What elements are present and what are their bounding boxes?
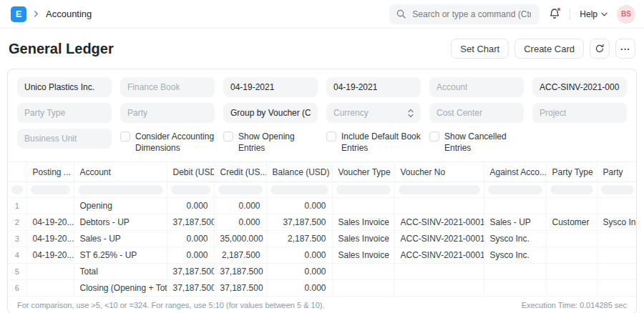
filter-company[interactable]: Unico Plastics Inc. bbox=[17, 77, 112, 97]
cell-party[interactable] bbox=[597, 247, 637, 264]
cell-against-account[interactable]: Sysco Inc. bbox=[484, 231, 546, 247]
help-menu[interactable]: Help bbox=[580, 9, 608, 19]
search-input[interactable] bbox=[411, 9, 532, 20]
filter-account[interactable]: Account bbox=[429, 77, 524, 97]
cell-debit[interactable]: 0.000 bbox=[167, 247, 214, 264]
cell-debit[interactable]: 0.000 bbox=[167, 198, 214, 214]
col-party-header[interactable]: Party bbox=[597, 162, 637, 182]
cell-party-type[interactable] bbox=[546, 198, 597, 214]
checkbox-consider-accounting-dimensions[interactable]: Consider Accounting Dimensions bbox=[120, 129, 215, 154]
cell-voucher-type[interactable] bbox=[332, 280, 394, 297]
col-debit-header[interactable]: Debit (USD) bbox=[167, 162, 214, 182]
col-voucher-type-filter-input[interactable] bbox=[336, 185, 391, 194]
filter-business-unit[interactable]: Business Unit bbox=[17, 129, 112, 149]
cell-posting-date[interactable]: 04-19-20... bbox=[26, 247, 74, 264]
cell-balance[interactable]: 37,187.500 bbox=[266, 214, 332, 231]
col-row-index-header[interactable] bbox=[8, 162, 26, 182]
cell-posting-date[interactable]: 04-19-20... bbox=[26, 214, 74, 231]
refresh-button[interactable] bbox=[590, 39, 610, 59]
col-party-type-header[interactable]: Party Type bbox=[546, 162, 597, 182]
col-voucher-type-header[interactable]: Voucher Type bbox=[332, 162, 394, 182]
cell-voucher-type[interactable]: Sales Invoice bbox=[332, 231, 394, 247]
filter-party-type[interactable]: Party Type bbox=[17, 103, 112, 123]
cell-voucher-type[interactable]: Sales Invoice bbox=[332, 247, 394, 264]
cell-account[interactable]: ST 6.25% - UP bbox=[74, 247, 167, 264]
col-account-header[interactable]: Account bbox=[74, 162, 167, 182]
col-posting-date-header[interactable]: Posting ... bbox=[26, 162, 74, 182]
checkbox-include-default-book-entries[interactable]: Include Default Book Entries bbox=[326, 129, 421, 154]
global-search[interactable] bbox=[389, 4, 540, 24]
col-voucher-no-header[interactable]: Voucher No bbox=[394, 162, 484, 182]
cell-account[interactable]: Sales - UP bbox=[74, 231, 167, 247]
cell-voucher-type[interactable] bbox=[332, 198, 394, 214]
cell-account[interactable]: Debtors - UP bbox=[74, 214, 167, 231]
filter-from-date[interactable]: 04-19-2021 bbox=[223, 77, 318, 97]
filter-finance-book[interactable]: Finance Book bbox=[120, 77, 215, 97]
cell-voucher-type[interactable] bbox=[332, 264, 394, 280]
cell-against-account[interactable] bbox=[484, 264, 546, 280]
col-account-filter-input[interactable] bbox=[78, 185, 163, 194]
cell-party[interactable] bbox=[597, 231, 637, 247]
col-debit-filter-input[interactable] bbox=[171, 185, 210, 194]
col-balance-header[interactable]: Balance (USD) bbox=[266, 162, 332, 182]
cell-party[interactable] bbox=[597, 264, 637, 280]
col-against-account-header[interactable]: Against Acco... bbox=[484, 162, 546, 182]
notifications-button[interactable] bbox=[549, 8, 560, 20]
checkbox-show-cancelled-entries[interactable]: Show Cancelled Entries bbox=[429, 129, 524, 154]
avatar[interactable]: BS bbox=[617, 5, 635, 24]
col-credit-filter-input[interactable] bbox=[218, 185, 263, 194]
set-chart-button[interactable]: Set Chart bbox=[451, 39, 509, 59]
more-menu-button[interactable]: ... bbox=[615, 39, 635, 59]
cell-voucher-no[interactable]: ACC-SINV-2021-00010 bbox=[394, 247, 484, 264]
cell-voucher-type[interactable]: Sales Invoice bbox=[332, 214, 394, 231]
cell-posting-date[interactable] bbox=[26, 198, 74, 214]
cell-voucher-no[interactable] bbox=[394, 198, 484, 214]
col-voucher-no-filter-input[interactable] bbox=[399, 185, 480, 194]
cell-voucher-no[interactable]: ACC-SINV-2021-00010 bbox=[394, 214, 484, 231]
cell-debit[interactable]: 37,187.500 bbox=[167, 264, 214, 280]
cell-party[interactable] bbox=[597, 198, 637, 214]
create-card-button[interactable]: Create Card bbox=[514, 39, 584, 59]
cell-against-account[interactable]: Sysco Inc. bbox=[484, 247, 546, 264]
cell-against-account[interactable]: Sales - UP bbox=[484, 214, 546, 231]
cell-balance[interactable]: 0.000 bbox=[266, 247, 332, 264]
cell-voucher-no[interactable] bbox=[394, 264, 484, 280]
cell-account[interactable]: Opening bbox=[74, 198, 167, 214]
cell-party[interactable] bbox=[597, 280, 637, 297]
filter-group-by[interactable]: Group by Voucher (Consolidated) bbox=[223, 103, 318, 123]
cell-posting-date[interactable]: 04-19-20... bbox=[26, 231, 74, 247]
cell-credit[interactable]: 37,187.500 bbox=[214, 280, 266, 297]
filter-to-date[interactable]: 04-19-2021 bbox=[326, 77, 421, 97]
cell-balance[interactable]: 0.000 bbox=[266, 264, 332, 280]
cell-party-type[interactable] bbox=[546, 280, 597, 297]
cell-voucher-no[interactable] bbox=[394, 280, 484, 297]
erpnext-logo[interactable]: E bbox=[11, 6, 26, 22]
breadcrumb[interactable]: Accounting bbox=[46, 9, 92, 19]
cell-posting-date[interactable] bbox=[26, 264, 74, 280]
cell-credit[interactable]: 0.000 bbox=[214, 214, 266, 231]
filter-cost-center[interactable]: Cost Center bbox=[429, 103, 524, 123]
col-party-filter-input[interactable] bbox=[601, 185, 635, 194]
cell-party-type[interactable] bbox=[546, 247, 597, 264]
cell-account[interactable]: Closing (Opening + Total) bbox=[74, 280, 167, 297]
cell-credit[interactable]: 0.000 bbox=[214, 198, 266, 214]
cell-balance[interactable]: 2,187.500 bbox=[266, 231, 332, 247]
filter-currency[interactable]: Currency bbox=[326, 103, 421, 123]
cell-voucher-no[interactable]: ACC-SINV-2021-00010 bbox=[394, 231, 484, 247]
col-party-type-filter-input[interactable] bbox=[550, 185, 593, 194]
cell-debit[interactable]: 37,187.500 bbox=[167, 280, 214, 297]
col-against-account-filter-input[interactable] bbox=[488, 185, 542, 194]
cell-posting-date[interactable] bbox=[26, 280, 74, 297]
cell-balance[interactable]: 0.000 bbox=[266, 198, 332, 214]
cell-balance[interactable]: 0.000 bbox=[266, 280, 332, 297]
col-credit-header[interactable]: Credit (US... bbox=[214, 162, 266, 182]
col-row-index-filter-input[interactable] bbox=[11, 185, 23, 194]
cell-against-account[interactable] bbox=[484, 280, 546, 297]
cell-debit[interactable]: 37,187.500 bbox=[167, 214, 214, 231]
checkbox-show-opening-entries[interactable]: Show Opening Entries bbox=[223, 129, 318, 154]
col-posting-date-filter-input[interactable] bbox=[31, 185, 70, 194]
cell-party-type[interactable] bbox=[546, 231, 597, 247]
cell-against-account[interactable] bbox=[484, 198, 546, 214]
cell-party-type[interactable] bbox=[546, 264, 597, 280]
col-balance-filter-input[interactable] bbox=[270, 185, 328, 194]
